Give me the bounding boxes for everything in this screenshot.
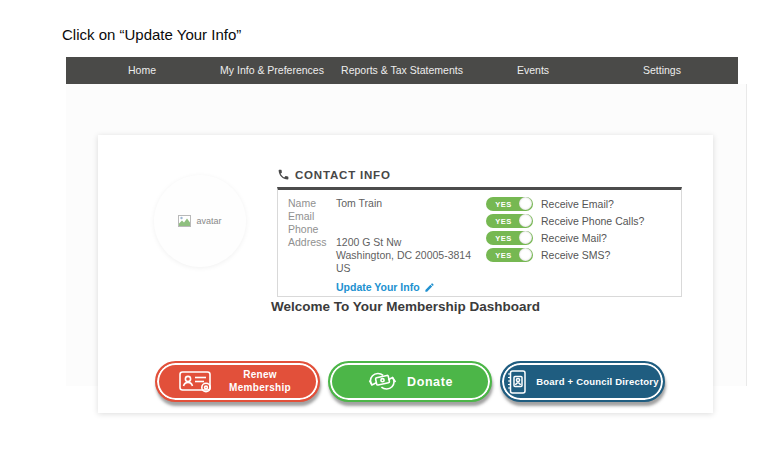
- toggle-knob: [519, 248, 532, 261]
- toggle-knob: [519, 197, 532, 210]
- membership-card-icon: [178, 369, 214, 395]
- toggle-row-receive-phone-calls: YES Receive Phone Calls?: [486, 212, 644, 229]
- receive-sms-toggle[interactable]: YES: [486, 248, 533, 262]
- field-value-phone: [336, 223, 471, 236]
- site-screenshot-frame: Home My Info & Preferences Reports & Tax…: [66, 57, 747, 386]
- toggle-knob: [519, 214, 532, 227]
- toggle-row-receive-sms: YES Receive SMS?: [486, 246, 644, 263]
- toggle-row-receive-mail: YES Receive Mail?: [486, 229, 644, 246]
- field-value-address: 1200 G St Nw Washington, DC 20005-3814 U…: [336, 236, 471, 275]
- field-value-name: Tom Train: [336, 197, 471, 210]
- donate-button[interactable]: Donate: [328, 361, 492, 402]
- update-your-info-link[interactable]: Update Your Info: [336, 281, 435, 293]
- toggle-knob: [519, 231, 532, 244]
- nav-item-my-info-preferences[interactable]: My Info & Preferences: [220, 57, 324, 84]
- toggle-state-label: YES: [488, 233, 519, 242]
- welcome-heading: Welcome To Your Membership Dashboard: [98, 299, 713, 314]
- receive-mail-label: Receive Mail?: [541, 232, 607, 244]
- contact-field-labels: Name Email Phone Address: [288, 197, 327, 249]
- nav-item-reports-tax[interactable]: Reports & Tax Statements: [341, 57, 463, 84]
- toggle-state-label: YES: [488, 199, 519, 208]
- contact-info-box: Name Email Phone Address Tom Train 1200 …: [277, 187, 682, 297]
- avatar-alt-text: avatar: [196, 216, 221, 226]
- nav-item-settings[interactable]: Settings: [643, 57, 681, 84]
- contact-field-values: Tom Train 1200 G St Nw Washington, DC 20…: [336, 197, 471, 275]
- field-label-email: Email: [288, 210, 327, 223]
- pencil-icon: [424, 282, 435, 293]
- receive-email-toggle[interactable]: YES: [486, 197, 533, 211]
- avatar: avatar: [154, 175, 246, 267]
- receive-email-label: Receive Email?: [541, 198, 614, 210]
- board-council-directory-button[interactable]: Board + Council Directory: [500, 361, 665, 402]
- field-label-phone: Phone: [288, 223, 327, 236]
- nav-item-events[interactable]: Events: [517, 57, 549, 84]
- page-background: avatar CONTACT INFO Name Email Phone Add…: [66, 84, 747, 386]
- update-your-info-link-label: Update Your Info: [336, 281, 420, 293]
- broken-image-icon: [178, 215, 191, 227]
- donate-label: Donate: [407, 375, 453, 389]
- top-navbar: Home My Info & Preferences Reports & Tax…: [66, 57, 738, 84]
- toggle-row-receive-email: YES Receive Email?: [486, 195, 644, 212]
- renew-membership-button[interactable]: Renew Membership: [155, 361, 320, 402]
- board-council-directory-label: Board + Council Directory: [536, 376, 658, 387]
- preference-toggles: YES Receive Email? YES Receive Phone Cal…: [486, 195, 644, 263]
- instruction-text: Click on “Update Your Info”: [62, 26, 241, 43]
- field-value-email: [336, 210, 471, 223]
- toggle-state-label: YES: [488, 250, 519, 259]
- receive-phone-calls-label: Receive Phone Calls?: [541, 215, 644, 227]
- receive-phone-calls-toggle[interactable]: YES: [486, 214, 533, 228]
- field-label-address: Address: [288, 236, 327, 249]
- directory-notebook-icon: [506, 369, 527, 395]
- contact-info-title: CONTACT INFO: [295, 169, 391, 181]
- receive-sms-label: Receive SMS?: [541, 249, 610, 261]
- contact-info-header: CONTACT INFO: [277, 168, 391, 181]
- renew-membership-label: Renew Membership: [223, 369, 297, 394]
- receive-mail-toggle[interactable]: YES: [486, 231, 533, 245]
- phone-icon: [277, 168, 290, 181]
- nav-item-home[interactable]: Home: [128, 57, 156, 84]
- field-label-name: Name: [288, 197, 327, 210]
- hand-donation-icon: [367, 368, 398, 395]
- dashboard-card: avatar CONTACT INFO Name Email Phone Add…: [98, 135, 713, 413]
- toggle-state-label: YES: [488, 216, 519, 225]
